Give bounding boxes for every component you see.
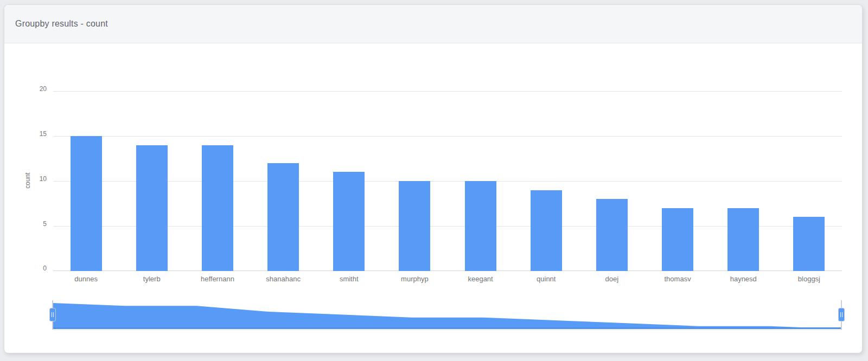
bar-dunnes[interactable] — [71, 136, 102, 271]
x-tick-label: murphyp — [379, 275, 450, 283]
x-tick-label: doej — [577, 275, 647, 283]
x-tick-label: thomasv — [642, 275, 713, 283]
x-tick-label: quinnt — [511, 275, 582, 283]
bar-tylerb[interactable] — [136, 145, 168, 271]
x-tick-label: dunnes — [51, 275, 122, 283]
chart-title: Groupby results - count — [15, 19, 108, 29]
gridline — [53, 136, 842, 137]
bar-haynesd[interactable] — [727, 208, 759, 271]
navigator[interactable] — [53, 300, 842, 330]
gridline — [53, 181, 842, 182]
y-tick-label: 0 — [23, 265, 47, 272]
x-tick-label: smitht — [314, 275, 384, 283]
bar-smitht[interactable] — [333, 172, 365, 271]
y-tick-label: 10 — [23, 175, 47, 183]
gridline — [53, 91, 842, 92]
bar-thomasv[interactable] — [662, 208, 693, 271]
y-tick-label: 5 — [23, 220, 47, 228]
x-tick-label: haynesd — [708, 275, 778, 283]
x-tick-label: bloggsj — [774, 275, 844, 283]
bar-quinnt[interactable] — [531, 190, 562, 271]
x-tick-label: keegant — [445, 275, 516, 283]
bar-murphyp[interactable] — [399, 181, 430, 271]
navigator-right-handle[interactable] — [838, 308, 845, 321]
gridline — [53, 226, 842, 227]
bar-keegant[interactable] — [465, 181, 496, 271]
y-tick-label: 15 — [23, 130, 47, 138]
chart-card: Groupby results - count count 05101520du… — [4, 4, 863, 353]
plot-area — [53, 91, 842, 271]
navigator-left-handle[interactable] — [49, 308, 56, 321]
x-tick-label: shanahanc — [248, 275, 318, 283]
y-tick-label: 20 — [23, 85, 47, 93]
gridline — [53, 270, 842, 271]
bar-bloggsj[interactable] — [793, 217, 825, 271]
navigator-area-chart — [53, 300, 842, 330]
x-tick-label: heffernann — [182, 275, 253, 283]
x-tick-label: tylerb — [117, 275, 187, 283]
bar-doej[interactable] — [596, 199, 628, 271]
bar-heffernann[interactable] — [202, 145, 233, 271]
chart-header: Groupby results - count — [4, 5, 862, 43]
bar-shanahanc[interactable] — [267, 163, 299, 271]
